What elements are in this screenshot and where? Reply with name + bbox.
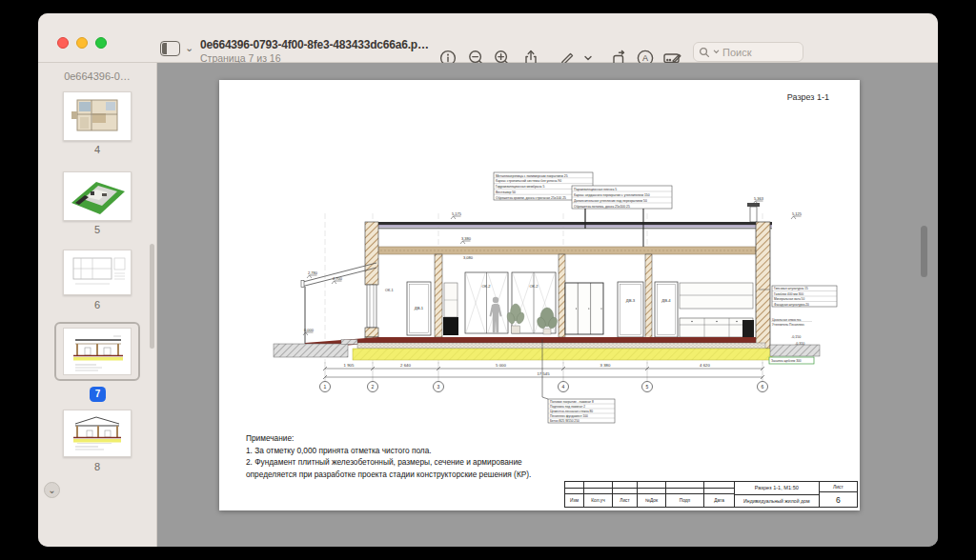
title-block-revision-table: Изм Кол.уч Лист №Док Подп Дата [565,482,735,507]
svg-text:Гипсовая штукатурка 15: Гипсовая штукатурка 15 [774,287,808,290]
sidebar-scrollbar[interactable] [150,244,154,349]
elevation-label: 3,080 [463,255,474,260]
sheet-number: 6 [820,492,857,507]
svg-text:3: 3 [437,384,440,390]
dimension-lines: 1 905 2 640 5 000 3 380 4 620 17 545 [323,362,764,382]
svg-text:Половое покрытие - ламинат 8: Половое покрытие - ламинат 8 [550,400,594,404]
elevation-label: -0,310 [795,342,804,346]
sidebar-chevron-icon[interactable]: ⌄ [185,42,193,54]
thumbnail-page-8[interactable] [63,410,132,457]
roof-callout-right: Пароизоляционная пленка 5 Каркас чердачн… [572,186,672,247]
note-line: 1. За отметку 0,000 принята отметка чист… [246,445,570,457]
svg-text:Пеноплекс фундамент 100: Пеноплекс фундамент 100 [550,414,588,418]
interior-wall [435,254,442,337]
svg-text:Дополнительное утепление под п: Дополнительное утепление под перекрытием… [574,199,647,203]
tb-col-label: №Док [638,494,666,507]
preview-window: ⌄ 0e664396-0793-4f00-8fe3-483433dc66a6.p… [38,13,938,547]
tb-col-label: Лист [613,494,638,507]
svg-text:2: 2 [372,384,375,390]
svg-text:1 905: 1 905 [344,363,355,368]
svg-text:Бетон В25 W150 250: Бетон В25 W150 250 [550,419,580,423]
bottom-collapse-button[interactable]: ⌄ [44,482,60,498]
door-dv4: ДВ-4 [655,282,678,337]
right-wall [756,222,770,349]
content-area: Разрез 1-1 [157,63,938,547]
pdf-page: Разрез 1-1 [219,80,860,510]
sidebar-document-name: 0e664396-0… [38,70,156,82]
svg-text:ДВ-4: ДВ-4 [661,298,671,303]
search-input[interactable] [722,47,789,58]
wardrobe [565,283,603,334]
svg-text:4: 4 [562,384,565,390]
svg-text:3 380: 3 380 [600,363,611,368]
tb-col-label: Изм [565,494,584,507]
drawing-title: Разрез 1-1 [787,92,829,102]
svg-text:ДВ-1: ДВ-1 [415,306,424,310]
title-block: Изм Кол.уч Лист №Док Подп Дата Разрез 1-… [564,481,858,508]
left-wall [365,222,378,350]
floor-plan-thumbnail [64,92,131,140]
search-field[interactable] [693,42,803,62]
svg-text:Каркас чердачного перекрытия с: Каркас чердачного перекрытия с утеплител… [574,193,650,197]
elevation-label: 5,175 [452,211,462,216]
note-line: 2. Фундамент плитный железобетонный, раз… [246,456,570,469]
thumbnail-page-7[interactable] [63,328,132,375]
selected-page-badge: 7 [90,387,106,402]
svg-text:A: A [642,53,648,63]
svg-text:4 620: 4 620 [700,363,710,368]
svg-text:1: 1 [324,384,327,390]
plinth-callout: Цокольная отмостка Утеплитель Пеноплекс [771,318,812,328]
interior-wall [559,254,565,337]
svg-text:ОК-2: ОК-2 [530,284,539,289]
minimize-button[interactable] [76,37,88,49]
page-number: 6 [38,299,156,310]
document-title: 0e664396-0793-4f00-8fe3-483433dc66a6.p… [200,38,448,51]
zoom-window-button[interactable] [95,37,107,49]
section-thumbnail [64,329,131,374]
floor-layers [274,337,820,360]
svg-text:Гидроизоляционная мембрана 5: Гидроизоляционная мембрана 5 [496,185,544,189]
svg-text:Цокольная отмостка: Цокольная отмостка [772,318,802,322]
svg-text:Обрешетка кровли, доска строга: Обрешетка кровли, доска строганая 25х100… [496,196,566,200]
axonometric-thumbnail [64,172,131,220]
gravel-label: Засыпка щебнем 300 [769,357,814,364]
svg-text:Газоблок 400 мм 300: Газоблок 400 мм 300 [774,292,803,296]
svg-text:2 640: 2 640 [400,363,411,368]
kitchen [680,283,754,337]
elevation-label: 2,780 [308,270,318,275]
svg-text:Металлочерепица с полимерным п: Металлочерепица с полимерным покрытием 2… [496,174,568,178]
svg-text:Минеральная вата 50: Минеральная вата 50 [774,297,804,301]
tb-col-label: Подп [666,494,704,507]
svg-text:Обрешетка потолка, доска 25х10: Обрешетка потолка, доска 25х100 25 [574,205,630,209]
roof [365,222,772,229]
plant [506,304,526,333]
thumbnail-page-5[interactable] [63,171,132,221]
svg-text:Подложка под ламинат 2: Подложка под ламинат 2 [550,405,585,409]
elevation-label: 0,000 [304,328,315,332]
interior-wall [645,254,652,339]
window-ok2-left: ОК-2 [465,272,508,333]
tb-col-label: Дата [704,494,735,507]
grid-bubbles: 1 2 3 4 5 6 [320,382,768,392]
door-dv3: ДВ-3 [618,282,643,337]
thumbnail-page-6[interactable] [63,250,132,295]
search-scope-chevron-icon [713,49,720,55]
close-button[interactable] [57,37,69,49]
title-block-drawing-name: Разрез 1-1, М1:50 [735,482,819,495]
notes-block: Примечание: 1. За отметку 0,000 принята … [246,432,570,480]
total-dimension: 17 545 [537,371,550,376]
elevation-label: 5,363 [754,196,764,201]
thumbnail-page-4[interactable] [63,91,132,141]
roof-vent [747,203,760,222]
svg-text:5 000: 5 000 [496,363,506,368]
elevation-label: -0,150 [791,335,801,339]
svg-text:Цементно-песчаная стяжка 80: Цементно-песчаная стяжка 80 [550,410,593,413]
document-scrollbar[interactable] [921,226,927,277]
tb-col-label: Кол.уч [584,494,613,507]
svg-text:5: 5 [646,384,649,390]
window-tag: ОК-1 [385,289,394,292]
svg-text:Пароизоляционная пленка 5: Пароизоляционная пленка 5 [574,188,617,191]
page-number: 8 [38,461,156,472]
sidebar-toggle-icon[interactable] [160,41,180,56]
elevation-label: 3,380 [461,236,472,241]
